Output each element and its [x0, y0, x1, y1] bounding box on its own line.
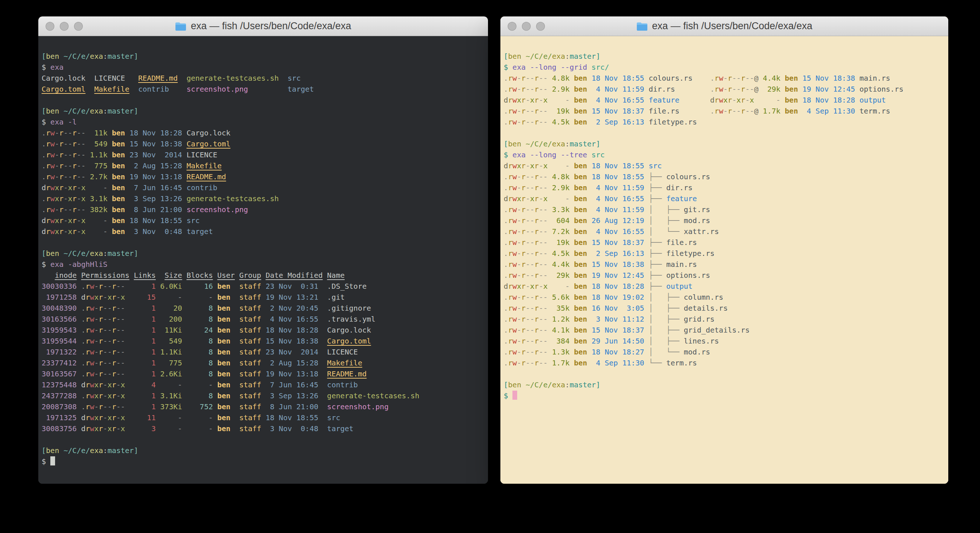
terminal-line: drwxr-xr-x - ben 4 Nov 16:55 ├── feature [504, 193, 945, 204]
terminal-content[interactable]: [ben ~/C/e/exa:master]$ exa --long --gri… [500, 36, 948, 484]
terminal-line: drwxr-xr-x - ben 3 Nov 0:48 target [41, 226, 485, 237]
terminal-line: 30163567 .rw-r--r-- 1 2.6Ki 8 ben staff … [41, 369, 485, 379]
terminal-line: $ [41, 456, 485, 467]
terminal-line: [ben ~/C/e/exa:master] [41, 51, 485, 62]
terminal-line: .rw-r--r-- 29k ben 19 Nov 12:45 ├── opti… [504, 270, 945, 281]
zoom-button[interactable] [74, 22, 83, 31]
terminal-line: 23377412 .rw-r--r-- 1 775 8 ben staff 2 … [41, 357, 485, 369]
terminal-line: .rw-r--r-- 2.9k ben 4 Nov 11:59 dir.rs .… [504, 84, 945, 94]
terminal-line: [ben ~/C/e/exa:master] [41, 248, 485, 259]
title-wrap: exa — fish /Users/ben/Code/exa/exa [175, 21, 351, 32]
traffic-lights [46, 16, 83, 36]
terminal-line: .rw-r--r-- 4.5k ben 2 Sep 16:13 filetype… [504, 116, 945, 128]
terminal-line: $ exa --long --tree src [504, 149, 945, 160]
window-title: exa — fish /Users/ben/Code/exa/exa [191, 21, 351, 32]
terminal-line: .rw-r--r-- 384 ben 29 Jun 14:50 │ ├── li… [504, 335, 945, 346]
terminal-line: 12375448 drwxr-xr-x 4 - - ben staff 7 Ju… [41, 379, 485, 390]
terminal-line [504, 128, 945, 138]
terminal-line: .rw-r--r-- 2.7k ben 19 Nov 13:18 README.… [41, 171, 485, 182]
terminal-line: 24377288 .rwxr-xr-x 1 3.1Ki 8 ben staff … [41, 390, 485, 401]
terminal-line: [ben ~/C/e/exa:master] [41, 105, 485, 116]
terminal-line: inode Permissions Links Size Blocks User… [41, 270, 485, 281]
titlebar[interactable]: exa — fish /Users/ben/Code/exa/exa [500, 16, 948, 36]
traffic-lights [508, 16, 545, 36]
terminal-line: .rw-r--r-- 1.1k ben 23 Nov 2014 LICENCE [41, 149, 485, 160]
terminal-line: 20087308 .rw-r--r-- 1 373Ki 752 ben staf… [41, 401, 485, 412]
terminal-line: .rw-r--r-- 35k ben 16 Nov 3:05 │ ├── det… [504, 303, 945, 314]
terminal-line [41, 94, 485, 105]
terminal-line: Cargo.lock LICENCE README.md generate-te… [41, 73, 485, 84]
terminal-line [41, 434, 485, 445]
terminal-line: .rw-r--r-- 19k ben 15 Nov 18:37 file.rs … [504, 105, 945, 116]
terminal-line: .rw-r--r-- 4.8k ben 18 Nov 18:55 ├── col… [504, 171, 945, 182]
terminal-line: .rw-r--r-- 1.3k ben 18 Nov 18:27 │ └── m… [504, 346, 945, 357]
zoom-button[interactable] [536, 22, 545, 31]
terminal-line: .rw-r--r-- 604 ben 26 Aug 12:19 │ ├── mo… [504, 215, 945, 226]
title-wrap: exa — fish /Users/ben/Code/exa/exa [636, 21, 813, 32]
terminal-line: .rw-r--r-- 19k ben 15 Nov 18:37 ├── file… [504, 237, 945, 248]
terminal-window-left: exa — fish /Users/ben/Code/exa/exa [ben … [38, 16, 488, 484]
terminal-line: 31959543 .rw-r--r-- 1 11Ki 24 ben staff … [41, 324, 485, 335]
terminal-line: [ben ~/C/e/exa:master] [504, 138, 945, 149]
terminal-line: .rw-r--r-- 549 ben 15 Nov 18:38 Cargo.to… [41, 138, 485, 149]
terminal-line: .rw-r--r-- 2.9k ben 4 Nov 11:59 ├── dir.… [504, 182, 945, 193]
minimize-button[interactable] [522, 22, 531, 31]
terminal-line: [ben ~/C/e/exa:master] [41, 445, 485, 456]
terminal-line [504, 369, 945, 379]
terminal-line: .rw-r--r-- 4.8k ben 18 Nov 18:55 colours… [504, 73, 945, 84]
terminal-line: $ exa --long --grid src/ [504, 62, 945, 73]
terminal-line: [ben ~/C/e/exa:master] [504, 51, 945, 62]
terminal-window-right: exa — fish /Users/ben/Code/exa/exa [ben … [500, 16, 948, 484]
terminal-line: .rw-r--r-- 382k ben 8 Jun 21:00 screensh… [41, 204, 485, 215]
text-cursor [50, 456, 55, 466]
folder-icon [636, 22, 648, 31]
terminal-line: .rw-r--r-- 3.3k ben 4 Nov 11:59 │ ├── gi… [504, 204, 945, 215]
close-button[interactable] [46, 22, 54, 31]
text-cursor [512, 391, 517, 400]
close-button[interactable] [508, 22, 517, 31]
terminal-line: 1971258 drwxr-xr-x 15 - - ben staff 19 N… [41, 292, 485, 303]
titlebar[interactable]: exa — fish /Users/ben/Code/exa/exa [38, 16, 488, 36]
terminal-line: .rwxr-xr-x 3.1k ben 3 Sep 13:26 generate… [41, 193, 485, 204]
terminal-line: 30083756 drwxr-xr-x 3 - - ben staff 3 No… [41, 423, 485, 434]
terminal-line: drwxr-xr-x - ben 18 Nov 18:55 src [41, 215, 485, 226]
terminal-line: 30030336 .rw-r--r-- 1 6.0Ki 16 ben staff… [41, 281, 485, 292]
terminal-line: $ [504, 390, 945, 401]
terminal-line: .rw-r--r-- 775 ben 2 Aug 15:28 Makefile [41, 160, 485, 171]
terminal-line: .rw-r--r-- 5.6k ben 18 Nov 19:02 │ ├── c… [504, 292, 945, 303]
terminal-line [41, 237, 485, 248]
terminal-line: 1971322 .rw-r--r-- 1 1.1Ki 8 ben staff 2… [41, 346, 485, 357]
terminal-line: drwxr-xr-x - ben 4 Nov 16:55 feature drw… [504, 94, 945, 105]
terminal-content[interactable]: [ben ~/C/e/exa:master]$ exaCargo.lock LI… [38, 36, 488, 484]
terminal-line: $ exa -abghHliS [41, 259, 485, 270]
terminal-line: [ben ~/C/e/exa:master] [504, 379, 945, 390]
terminal-line: 31959544 .rw-r--r-- 1 549 8 ben staff 15… [41, 335, 485, 346]
window-title: exa — fish /Users/ben/Code/exa/exa [652, 21, 813, 32]
terminal-line: drwxr-xr-x - ben 7 Jun 16:45 contrib [41, 182, 485, 193]
terminal-line: .rw-r--r-- 1.7k ben 4 Sep 11:30 └── term… [504, 357, 945, 369]
terminal-line: .rw-r--r-- 11k ben 18 Nov 18:28 Cargo.lo… [41, 128, 485, 138]
terminal-line: Cargo.toml Makefile contrib screenshot.p… [41, 84, 485, 94]
terminal-line: drwxr-xr-x - ben 18 Nov 18:28 ├── output [504, 281, 945, 292]
terminal-line: 1971325 drwxr-xr-x 11 - - ben staff 18 N… [41, 412, 485, 423]
terminal-line: drwxr-xr-x - ben 18 Nov 18:55 src [504, 160, 945, 171]
terminal-line: .rw-r--r-- 4.4k ben 15 Nov 18:38 ├── mai… [504, 259, 945, 270]
terminal-line: 30163566 .rw-r--r-- 1 200 8 ben staff 4 … [41, 314, 485, 324]
terminal-line: .rw-r--r-- 4.1k ben 15 Nov 18:37 │ ├── g… [504, 324, 945, 335]
terminal-line: $ exa [41, 62, 485, 73]
desktop: { "palettes": { "dark": { "bg": "#2a2c2f… [0, 0, 980, 533]
terminal-line: .rw-r--r-- 1.2k ben 3 Nov 11:12 │ ├── gr… [504, 314, 945, 324]
terminal-line: $ exa -l [41, 116, 485, 128]
terminal-line: 30048390 .rw-r--r-- 1 20 8 ben staff 2 N… [41, 303, 485, 314]
terminal-line: .rw-r--r-- 7.2k ben 4 Nov 16:55 │ └── xa… [504, 226, 945, 237]
minimize-button[interactable] [60, 22, 68, 31]
terminal-line: .rw-r--r-- 4.5k ben 2 Sep 16:13 ├── file… [504, 248, 945, 259]
folder-icon [175, 22, 186, 31]
